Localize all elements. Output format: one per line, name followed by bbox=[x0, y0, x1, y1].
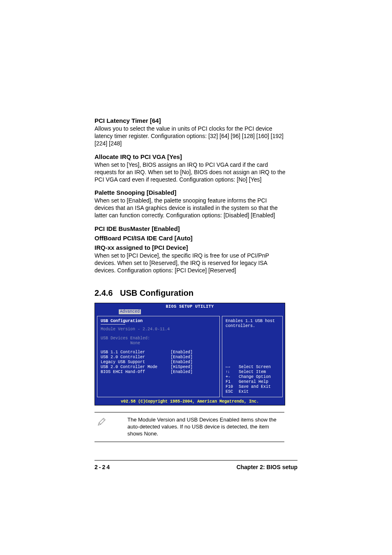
bios-divider bbox=[101, 324, 125, 325]
option-text-irq-xx: When set to [PCI Device], the specific I… bbox=[95, 252, 288, 274]
note-text: The Module Version and USB Devices Enabl… bbox=[127, 417, 284, 438]
option-heading-pci-latency: PCI Latency Timer [64] bbox=[95, 117, 288, 124]
main-content: PCI Latency Timer [64] Allows you to sel… bbox=[95, 117, 288, 442]
bios-devices-value: None bbox=[130, 341, 140, 345]
bios-nav-label: Select Item bbox=[239, 370, 266, 375]
option-heading-offboard-pci-isa: OffBoard PCI/ISA IDE Card [Auto] bbox=[95, 235, 288, 242]
section-title-text: USB Configuration bbox=[120, 288, 194, 297]
option-text-pci-latency: Allows you to select the value in units … bbox=[95, 125, 288, 147]
bios-nav-key: F1 bbox=[226, 380, 239, 385]
bios-nav-row: +-Change Option bbox=[226, 375, 279, 380]
bios-nav-label: Save and Exit bbox=[239, 385, 271, 389]
bios-nav-label: Change Option bbox=[239, 375, 271, 380]
note-block: The Module Version and USB Devices Enabl… bbox=[95, 412, 284, 442]
bios-option-value: [Enabled] bbox=[171, 355, 193, 360]
section-heading-usb-config: 2.4.6USB Configuration bbox=[95, 288, 288, 298]
arrows-up-down-icon: ↑↓ bbox=[226, 370, 239, 375]
bios-option-label: Legacy USB Support bbox=[101, 360, 171, 365]
option-text-palette-snooping: When set to [Enabled], the palette snoop… bbox=[95, 197, 288, 219]
bios-option-label: USB 2.0 Controller bbox=[101, 355, 171, 360]
bios-option-value: [Enabled] bbox=[171, 370, 193, 375]
bios-nav-label: Select Screen bbox=[239, 365, 271, 370]
bios-devices-label: USB Devices Enabled: bbox=[101, 336, 216, 341]
bios-main-panel: USB Configuration Module Version - 2.24.… bbox=[97, 316, 220, 397]
bios-copyright-footer: v02.58 (C)Copyright 1985-2004, American … bbox=[95, 399, 285, 405]
bios-option-value: [Enabled] bbox=[171, 360, 193, 365]
chapter-label: Chapter 2: BIOS setup bbox=[236, 464, 297, 470]
page-footer: 2-24 Chapter 2: BIOS setup bbox=[95, 460, 297, 470]
bios-tab-advanced[interactable]: Advanced bbox=[119, 309, 141, 314]
bios-option-value: [HiSpeed] bbox=[171, 365, 193, 370]
pencil-icon bbox=[97, 417, 107, 426]
document-page: PCI Latency Timer [64] Allows you to sel… bbox=[0, 0, 392, 555]
bios-title-bar: BIOS SETUP UTILITY bbox=[95, 303, 285, 309]
page-number: 2-24 bbox=[95, 464, 111, 470]
bios-panel-title: USB Configuration bbox=[101, 319, 216, 324]
bios-devices-value-row: None bbox=[101, 341, 216, 346]
section-number: 2.4.6 bbox=[95, 288, 120, 298]
bios-nav-key: ESC bbox=[226, 389, 239, 394]
bios-nav-row: F1General Help bbox=[226, 380, 279, 385]
bios-tab-row: Advanced bbox=[95, 309, 285, 315]
bios-option-row[interactable]: USB 2.0 Controller Mode[HiSpeed] bbox=[101, 365, 216, 370]
option-heading-irq-xx: IRQ-xx assigned to [PCI Device] bbox=[95, 244, 288, 251]
arrows-left-right-icon: ←→ bbox=[226, 365, 239, 370]
bios-option-row[interactable]: Legacy USB Support[Enabled] bbox=[101, 360, 216, 365]
option-heading-palette-snooping: Palette Snooping [Disabled] bbox=[95, 189, 288, 196]
pencil-note-icon bbox=[95, 417, 127, 428]
bios-nav-row: ↑↓Select Item bbox=[226, 370, 279, 375]
bios-nav-label: Exit bbox=[239, 389, 249, 394]
bios-option-value: [Enabled] bbox=[171, 350, 193, 355]
bios-nav-key: +- bbox=[226, 375, 239, 380]
option-heading-allocate-irq: Allocate IRQ to PCI VGA [Yes] bbox=[95, 153, 288, 160]
bios-option-label: USB 2.0 Controller Mode bbox=[101, 365, 171, 370]
spacer bbox=[101, 375, 216, 394]
bios-option-list: USB 1.1 Controller[Enabled] USB 2.0 Cont… bbox=[101, 350, 216, 375]
bios-option-row[interactable]: USB 1.1 Controller[Enabled] bbox=[101, 350, 216, 355]
bios-option-row[interactable]: BIOS EHCI Hand-Off[Enabled] bbox=[101, 370, 216, 375]
bios-help-text: Enables 1.1 USB host controllers. bbox=[226, 319, 279, 329]
bios-option-row[interactable]: USB 2.0 Controller[Enabled] bbox=[101, 355, 216, 360]
bios-nav-row: ESCExit bbox=[226, 389, 279, 394]
bios-nav-legend: ←→Select Screen ↑↓Select Item +-Change O… bbox=[226, 365, 279, 394]
bios-nav-key: F10 bbox=[226, 385, 239, 389]
option-text-allocate-irq: When set to [Yes], BIOS assigns an IRQ t… bbox=[95, 161, 288, 184]
bios-nav-row: F10Save and Exit bbox=[226, 385, 279, 389]
bios-option-label: USB 1.1 Controller bbox=[101, 350, 171, 355]
option-heading-pci-ide-busmaster: PCI IDE BusMaster [Enabled] bbox=[95, 225, 288, 232]
bios-option-label: BIOS EHCI Hand-Off bbox=[101, 370, 171, 375]
bios-nav-label: General Help bbox=[239, 380, 268, 385]
bios-screenshot: BIOS SETUP UTILITY Advanced USB Configur… bbox=[95, 303, 285, 405]
bios-module-version: Module Version - 2.24.0-11.4 bbox=[101, 327, 216, 332]
bios-panels: USB Configuration Module Version - 2.24.… bbox=[95, 315, 285, 399]
bios-help-panel: Enables 1.1 USB host controllers. ←→Sele… bbox=[222, 316, 283, 397]
bios-nav-row: ←→Select Screen bbox=[226, 365, 279, 370]
